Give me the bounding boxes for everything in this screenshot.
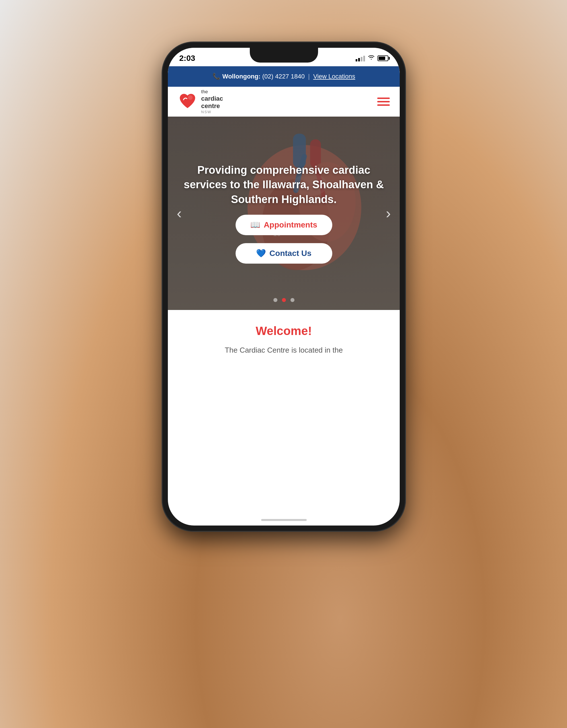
hamburger-menu-button[interactable] [377, 98, 390, 106]
wifi-icon [368, 55, 375, 62]
hero-content: Providing comprehensive cardiac services… [168, 117, 400, 310]
slider-arrow-right[interactable]: › [381, 206, 396, 220]
hamburger-line-3 [377, 104, 390, 106]
slider-dot-3[interactable] [291, 298, 295, 302]
phone-screen: 2:03 [168, 48, 400, 526]
slider-dot-2[interactable] [282, 298, 286, 302]
hero-slider: 10 ‹ › [168, 117, 400, 310]
svg-point-0 [188, 95, 192, 100]
info-bar-location: Wollongong: (02) 4227 1840 | View Locati… [222, 73, 355, 80]
battery-icon [378, 55, 388, 61]
logo-heart-icon [178, 92, 197, 111]
slider-arrow-left[interactable]: ‹ [172, 206, 186, 220]
contact-us-button[interactable]: 💙 Contact Us [235, 243, 332, 264]
hamburger-line-2 [377, 101, 390, 102]
hero-title: Providing comprehensive cardiac services… [182, 163, 386, 207]
phone-icon: 📞 [212, 73, 220, 80]
contact-heartrate-icon: 💙 [256, 249, 266, 258]
hamburger-line-1 [377, 98, 390, 99]
welcome-section: Welcome! The Cardiac Centre is located i… [168, 310, 400, 367]
scene: 2:03 [0, 0, 567, 728]
status-time: 2:03 [179, 54, 195, 63]
screen-content: 2:03 [168, 48, 400, 526]
welcome-title: Welcome! [179, 324, 388, 338]
nav-bar: the cardiac centre NSW [168, 87, 400, 117]
slider-dots [273, 298, 295, 302]
appointments-book-icon: 📖 [250, 220, 260, 229]
info-bar: 📞 Wollongong: (02) 4227 1840 | View Loca… [168, 66, 400, 87]
appointments-button[interactable]: 📖 Appointments [235, 215, 332, 235]
appointments-label: Appointments [264, 220, 317, 229]
view-locations-link[interactable]: View Locations [313, 73, 355, 80]
logo-text: the cardiac centre NSW [201, 89, 223, 114]
info-bar-content: 📞 Wollongong: (02) 4227 1840 | View Loca… [212, 73, 355, 80]
phone-device: 2:03 [162, 42, 406, 531]
phone-notch [250, 48, 318, 63]
status-icons [356, 55, 388, 62]
contact-label: Contact Us [269, 249, 312, 258]
signal-bars-icon [356, 55, 365, 61]
welcome-text: The Cardiac Centre is located in the [179, 345, 388, 356]
home-indicator[interactable] [261, 519, 307, 521]
logo[interactable]: the cardiac centre NSW [178, 89, 223, 114]
slider-dot-1[interactable] [273, 298, 277, 302]
